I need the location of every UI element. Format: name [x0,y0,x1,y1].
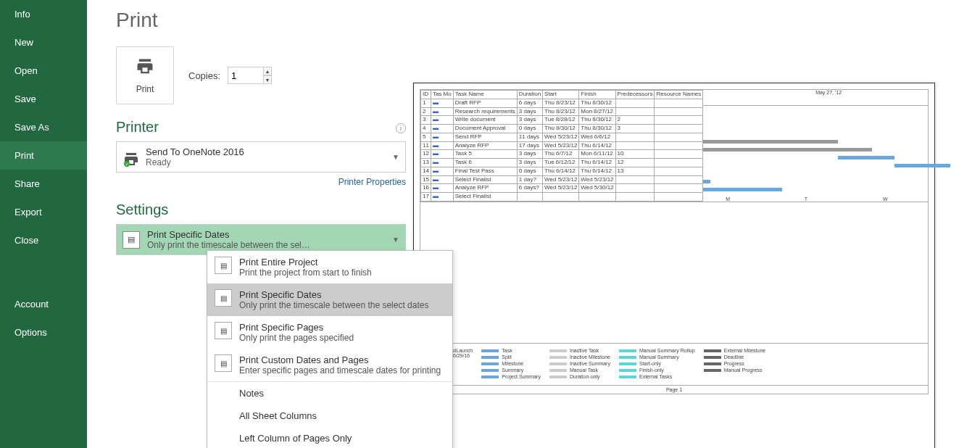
date-range-icon: ▤ [215,289,232,307]
copies-down[interactable]: ▼ [263,75,272,84]
dd-print-entire-project[interactable]: ▤ Print Entire Project Print the project… [207,251,452,283]
print-preview: ID Tas Mo Task Name Duration Start Finis… [413,83,935,448]
dd-all-sheet-columns[interactable]: All Sheet Columns [207,405,452,427]
printer-section-title: Printer i [116,119,406,136]
settings-current-title: Print Specific Dates [147,229,314,240]
custom-icon: ▤ [215,354,232,372]
printer-icon [135,57,155,81]
printer-name: Send To OneNote 2016 [146,146,244,157]
preview-task-table: ID Tas Mo Task Name Duration Start Finis… [420,90,703,202]
sidebar-item-print[interactable]: Print [0,141,87,170]
preview-gantt: May 27, '12 M T W [703,90,928,202]
dd-notes[interactable]: Notes [207,382,452,405]
chevron-down-icon: ▼ [392,236,399,244]
sidebar-item-save[interactable]: Save [0,85,87,113]
info-icon[interactable]: i [396,123,406,133]
print-button[interactable]: Print [116,46,174,104]
dd-left-column-only[interactable]: Left Column of Pages Only [207,427,452,448]
preview-page-num: Page 1 [420,386,929,394]
copies-label: Copies: [188,70,220,81]
preview-legend: Project: FirstLaunch Date: Wed 6/29/16 T… [420,344,929,386]
sidebar-item-open[interactable]: Open [0,57,87,85]
copies-input[interactable] [228,67,264,84]
dd-print-specific-dates[interactable]: ▤ Print Specific Dates Only print the ti… [207,283,452,316]
settings-current-sub: Only print the timescale between the sel… [147,240,314,250]
sidebar-item-new[interactable]: New [0,28,87,57]
dd-print-specific-pages[interactable]: ▤ Print Specific Pages Only print the pa… [207,316,452,349]
settings-section-title: Settings [116,202,406,218]
sidebar-item-account[interactable]: Account [0,290,87,318]
project-icon: ▤ [215,257,232,274]
printer-selector[interactable]: Send To OneNote 2016 Ready ▼ [116,141,406,173]
copies-up[interactable]: ▲ [263,67,272,75]
print-button-label: Print [136,84,154,94]
svg-point-0 [124,161,130,167]
sidebar-item-options[interactable]: Options [0,318,87,347]
pages-icon: ▤ [215,322,232,339]
date-range-icon: ▤ [122,231,140,249]
backstage-sidebar: Info New Open Save Save As Print Share E… [0,0,87,448]
sidebar-item-saveas[interactable]: Save As [0,113,87,141]
sidebar-item-info[interactable]: Info [0,0,87,28]
printer-ready-icon [122,151,140,164]
page-title: Print [116,9,951,32]
printer-properties-link[interactable]: Printer Properties [116,177,406,187]
print-range-dropdown: ▤ Print Entire Project Print the project… [207,250,453,448]
dd-print-custom[interactable]: ▤ Print Custom Dates and Pages Enter spe… [207,349,452,381]
sidebar-item-share[interactable]: Share [0,170,87,198]
chevron-down-icon: ▼ [392,153,399,161]
sidebar-item-close[interactable]: Close [0,226,87,254]
sidebar-item-export[interactable]: Export [0,198,87,226]
printer-status: Ready [146,157,244,167]
